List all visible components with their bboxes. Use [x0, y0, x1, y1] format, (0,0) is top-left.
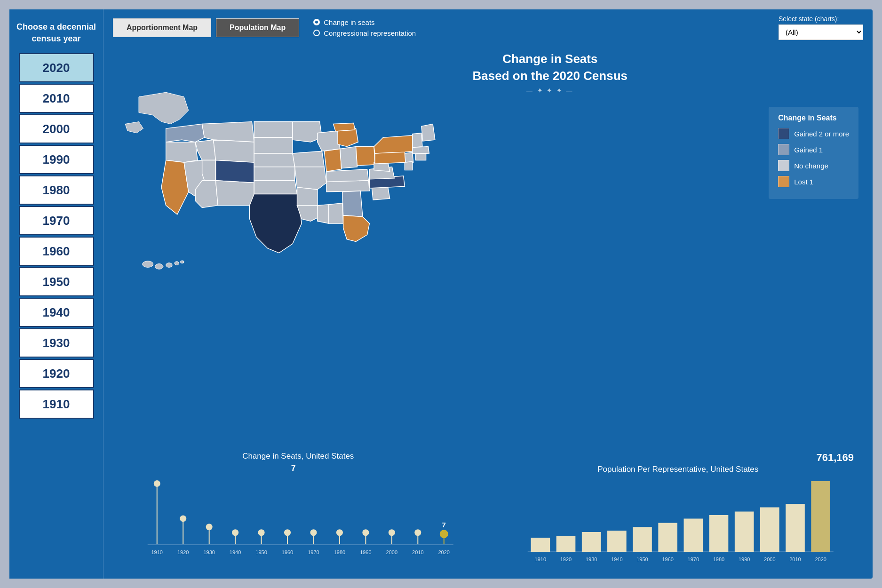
pop-value: 761,169: [493, 452, 864, 464]
legend: Change in Seats Gained 2 or more Gained …: [769, 107, 858, 199]
svg-point-2: [166, 263, 172, 268]
idaho-state[interactable]: [195, 140, 215, 160]
year-btn-1910[interactable]: 1910: [19, 389, 94, 419]
colorado-state[interactable]: [215, 160, 254, 183]
southdakota-state[interactable]: [254, 137, 293, 153]
us-map: [108, 83, 522, 318]
svg-rect-44: [531, 538, 550, 552]
legend-swatch-lost1: [778, 176, 789, 187]
vermont-state[interactable]: [413, 133, 422, 148]
year-btn-2020[interactable]: 2020: [19, 53, 94, 82]
newyork-state[interactable]: [374, 135, 415, 153]
svg-text:1980: 1980: [334, 549, 345, 555]
kentucky-state[interactable]: [326, 169, 368, 182]
svg-point-37: [414, 529, 421, 536]
year-btn-1960[interactable]: 1960: [19, 237, 94, 266]
top-controls: Apportionment Map Population Map Change …: [103, 9, 873, 46]
svg-text:1920: 1920: [560, 556, 571, 562]
lollipop-chart-container: Change in Seats, United States 7 1910192…: [113, 452, 484, 574]
svg-rect-46: [556, 536, 575, 552]
illinois-state[interactable]: [324, 149, 342, 171]
kansas-state[interactable]: [254, 167, 295, 181]
missouri-state[interactable]: [295, 167, 326, 190]
svg-text:1960: 1960: [282, 549, 293, 555]
svg-point-4: [180, 261, 184, 263]
ohio-state[interactable]: [356, 147, 375, 166]
year-btn-1950[interactable]: 1950: [19, 267, 94, 296]
mississippi-state[interactable]: [318, 205, 329, 223]
oklahoma-state[interactable]: [254, 181, 297, 194]
michigan-state[interactable]: [338, 128, 358, 146]
svg-text:1950: 1950: [636, 556, 648, 562]
year-btn-1990[interactable]: 1990: [19, 145, 94, 174]
oregon-state[interactable]: [166, 142, 198, 162]
montana-state[interactable]: [202, 122, 254, 142]
delaware-state[interactable]: [405, 161, 412, 170]
svg-point-28: [336, 529, 343, 536]
svg-point-10: [180, 515, 186, 522]
connecticut-state[interactable]: [415, 153, 426, 160]
year-btn-1940[interactable]: 1940: [19, 298, 94, 327]
svg-text:2020: 2020: [438, 549, 450, 555]
legend-swatch-nochange: [778, 160, 789, 171]
california-state[interactable]: [161, 160, 189, 214]
svg-text:2010: 2010: [412, 549, 423, 555]
svg-rect-60: [734, 512, 754, 552]
michigan-upper-state[interactable]: [333, 123, 355, 131]
svg-point-19: [258, 529, 265, 536]
radio-congressional[interactable]: Congressional representation: [313, 29, 416, 37]
florida-state[interactable]: [343, 215, 370, 242]
svg-text:2010: 2010: [789, 556, 801, 562]
state-select-dropdown[interactable]: (All): [779, 24, 863, 40]
state-select-label: Select state (charts):: [779, 15, 839, 23]
sidebar: Choose a decennial census year 202020102…: [9, 9, 103, 579]
maine-state[interactable]: [421, 124, 435, 142]
apportionment-map-tab[interactable]: Apportionment Map: [113, 18, 211, 37]
year-btn-2000[interactable]: 2000: [19, 114, 94, 143]
texas-state[interactable]: [250, 194, 302, 253]
svg-text:1920: 1920: [177, 549, 189, 555]
newmexico-state[interactable]: [215, 181, 254, 206]
svg-text:1930: 1930: [585, 556, 596, 562]
legend-title: Change in Seats: [778, 114, 849, 122]
northdakota-state[interactable]: [254, 122, 293, 138]
map-container: Change in Seats Based on the 2020 Census…: [103, 46, 873, 447]
legend-gained1: Gained 1: [778, 144, 849, 155]
wisconsin-state[interactable]: [318, 131, 340, 151]
svg-point-34: [389, 529, 395, 536]
legend-swatch-gained1: [778, 144, 789, 155]
georgia-state[interactable]: [342, 191, 363, 217]
arizona-state[interactable]: [195, 181, 218, 208]
svg-rect-64: [786, 504, 805, 552]
radio-circle-congress: [313, 30, 320, 36]
bar-chart-container: 761,169 Population Per Representative, U…: [493, 452, 864, 574]
indiana-state[interactable]: [340, 147, 358, 168]
nebraska-state[interactable]: [254, 153, 295, 167]
lollipop-svg: 1910192019301940195019601970198019902000…: [113, 474, 484, 559]
svg-text:7: 7: [442, 521, 446, 529]
washington-state[interactable]: [166, 124, 205, 142]
content-area: Apportionment Map Population Map Change …: [103, 9, 873, 579]
radio-change-seats[interactable]: Change in seats: [313, 18, 416, 26]
svg-rect-66: [811, 481, 830, 552]
sidebar-title: Choose a decennial census year: [9, 14, 103, 52]
svg-point-31: [362, 529, 369, 536]
utah-state[interactable]: [202, 160, 216, 180]
year-btn-1970[interactable]: 1970: [19, 206, 94, 235]
charts-area: Change in Seats, United States 7 1910192…: [103, 447, 873, 579]
tennessee-state[interactable]: [326, 181, 369, 192]
iowa-state[interactable]: [293, 151, 324, 167]
massachusetts-state[interactable]: [413, 147, 429, 154]
svg-text:1940: 1940: [611, 556, 622, 562]
population-map-tab[interactable]: Population Map: [216, 18, 299, 37]
svg-rect-58: [709, 515, 728, 552]
wyoming-state[interactable]: [214, 140, 254, 162]
legend-nochange: No change: [778, 160, 849, 171]
year-btn-2010[interactable]: 2010: [19, 84, 94, 113]
svg-text:2000: 2000: [764, 556, 775, 562]
arkansas-state[interactable]: [297, 187, 318, 205]
year-btn-1920[interactable]: 1920: [19, 359, 94, 388]
year-btn-1930[interactable]: 1930: [19, 328, 94, 358]
year-btn-1980[interactable]: 1980: [19, 175, 94, 205]
alabama-state[interactable]: [329, 203, 343, 223]
